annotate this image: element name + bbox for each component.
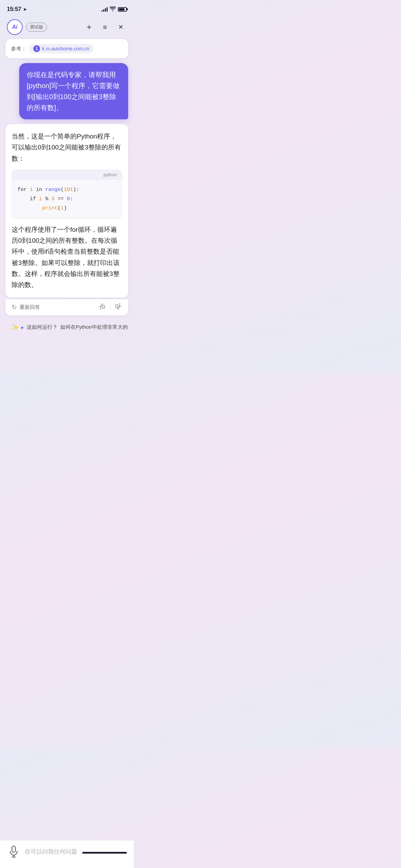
app-logo[interactable]: Ai [7,19,23,35]
ref-link-badge[interactable]: 1 k.m.autohome.com.cn [29,44,94,53]
refresh-button[interactable]: ↻ 重新回答 [12,303,98,311]
status-time: 15:57 [7,6,21,13]
thumbdown-button[interactable] [114,303,122,312]
action-bar-right [98,303,122,312]
chat-area: 参考： 1 k.m.autohome.com.cn 你现在是代码专家，请帮我用[… [0,39,134,374]
signal-bar-3 [105,8,106,12]
signal-bar-1 [101,10,102,12]
reference-label: 参考： 1 k.m.autohome.com.cn [11,44,123,53]
thumbup-button[interactable] [98,303,106,312]
menu-button[interactable]: ≡ [99,21,111,33]
status-icons [101,7,127,12]
ref-num: 1 [33,45,40,52]
ai-intro-text: 当然，这是一个简单的Python程序，可以输出0到100之间能被3整除的所有数： [12,131,122,164]
logo-text: Ai [12,24,17,30]
signal-bars [101,7,108,12]
code-block: python for i in range(101): if i % 3 == … [12,170,122,219]
header: Ai 测试版 + ≡ ✕ [0,16,134,39]
beta-badge: 测试版 [26,23,47,32]
user-message-text: 你现在是代码专家，请帮我用[python]写一个程序，它需要做到[输出0到100… [27,69,121,113]
bottom-spacer [5,339,128,374]
suggestions-bar: ✨ ▸ 这如何运行？ 如何在Python中处理非常大的数字 [5,320,128,335]
code-line-1: for i in range(101): [17,185,116,194]
ref-label-text: 参考： [11,46,26,52]
suggestion-chip-1-text[interactable]: 这如何运行？ [27,324,58,330]
action-bar-container: ↻ 重新回答 [5,299,128,315]
sparkle-icon: ✨ [11,324,19,331]
suggestion-chip-1[interactable]: ▸ [21,324,24,330]
user-message-bubble: 你现在是代码专家，请帮我用[python]写一个程序，它需要做到[输出0到100… [19,63,128,119]
add-button[interactable]: + [83,21,95,33]
ref-link-text: k.m.autohome.com.cn [42,46,89,51]
signal-bar-4 [107,7,108,12]
code-lang-label: python [12,170,122,180]
close-button[interactable]: ✕ [114,21,127,33]
battery-fill [119,8,124,11]
code-line-2: if i % 3 == 0: [17,194,116,204]
divider [110,304,110,311]
reference-card: 参考： 1 k.m.autohome.com.cn [5,39,128,58]
action-bar: ↻ 重新回答 [5,299,128,315]
signal-bar-2 [103,9,104,12]
wifi-icon [110,7,116,12]
refresh-icon: ↻ [12,303,17,311]
ai-response-card: 当然，这是一个简单的Python程序，可以输出0到100之间能被3整除的所有数：… [5,124,128,298]
code-content: for i in range(101): if i % 3 == 0: prin… [12,180,122,218]
suggestion-chip-2-text[interactable]: 如何在Python中处理非常大的数字 [60,324,128,330]
location-icon: ➤ [23,7,27,12]
ai-desc-text: 这个程序使用了一个for循环，循环遍历0到100之间的所有整数。在每次循环中，使… [12,224,122,291]
refresh-label: 重新回答 [20,304,40,311]
battery-icon [118,7,127,12]
status-bar: 15:57 ➤ [0,0,134,16]
code-line-3: print(i) [17,204,116,213]
